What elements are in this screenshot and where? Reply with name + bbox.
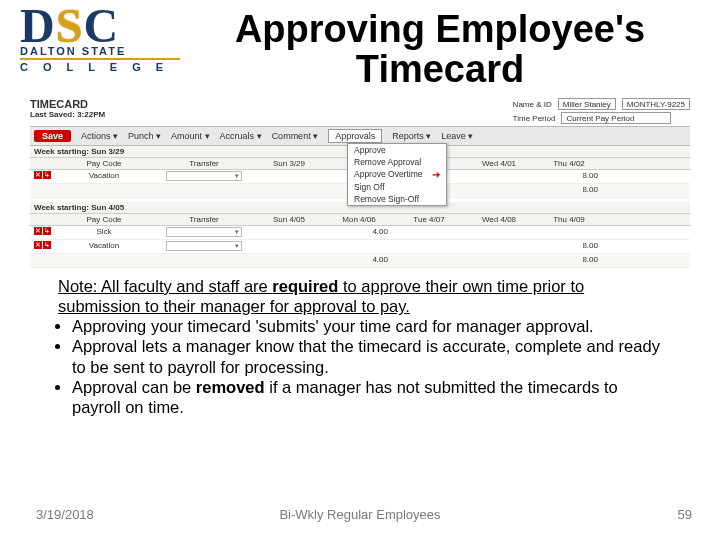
approvals-dropdown: Approve Remove Approval Approve Overtime… (347, 143, 447, 206)
cell-total: 8.00 (534, 254, 604, 267)
timecard-screenshot: TIMECARD Last Saved: 3:22PM Name & ID Mi… (30, 96, 690, 268)
table-row: ✕↳ Vacation 8.00 (30, 240, 690, 254)
transfer-select[interactable] (166, 241, 243, 251)
dropdown-remove-approval[interactable]: Remove Approval (348, 156, 446, 168)
cell-paycode[interactable]: Sick (54, 226, 154, 239)
note-bullet-3b: removed (196, 378, 265, 396)
cell-paycode[interactable]: Vacation (54, 240, 154, 253)
name-id: MONTHLY-9225 (622, 98, 690, 110)
period-label: Time Period (513, 114, 556, 123)
col-d5: Thu 4/02 (534, 158, 604, 169)
transfer-select[interactable] (166, 171, 243, 181)
add-row-icon[interactable]: ↳ (43, 227, 51, 235)
cell-paycode[interactable]: Vacation (54, 170, 154, 183)
col-d1: Sun 4/05 (254, 214, 324, 225)
col-paycode: Pay Code (54, 158, 154, 169)
name-value: Miller Stanley (558, 98, 616, 110)
col-transfer: Transfer (154, 158, 254, 169)
cell-value[interactable]: 8.00 (534, 170, 604, 183)
note-heading-b: required (272, 277, 338, 295)
col-d3: Tue 4/07 (394, 214, 464, 225)
menu-leave[interactable]: Leave ▾ (441, 131, 473, 141)
last-saved-value: 3:22PM (77, 110, 105, 119)
delete-row-icon[interactable]: ✕ (34, 171, 42, 179)
page-title: Approving Employee's Timecard (180, 6, 700, 90)
dropdown-approve[interactable]: Approve (348, 144, 446, 156)
cell-value[interactable]: 4.00 (324, 226, 394, 239)
cell-value[interactable]: 8.00 (534, 240, 604, 253)
note-bullet-2: Approval lets a manager know that the ti… (72, 337, 660, 375)
delete-row-icon[interactable]: ✕ (34, 227, 42, 235)
menu-punch[interactable]: Punch ▾ (128, 131, 161, 141)
header: DSC DALTON STATE C O L L E G E Approving… (0, 0, 720, 96)
slide: DSC DALTON STATE C O L L E G E Approving… (0, 0, 720, 540)
menu-reports[interactable]: Reports ▾ (392, 131, 431, 141)
submenu-arrow-icon: ➔ (432, 169, 440, 180)
transfer-select[interactable] (166, 227, 243, 237)
menu-amount[interactable]: Amount ▾ (171, 131, 210, 141)
delete-row-icon[interactable]: ✕ (34, 241, 42, 249)
add-row-icon[interactable]: ↳ (43, 171, 51, 179)
col-d5: Thu 4/09 (534, 214, 604, 225)
col-d1: Sun 3/29 (254, 158, 324, 169)
col-d2: Mon 4/06 (324, 214, 394, 225)
dropdown-remove-signoff[interactable]: Remove Sign-Off (348, 193, 446, 205)
logo: DSC DALTON STATE C O L L E G E (20, 6, 180, 96)
footer-center: Bi-Wkly Regular Employees (0, 507, 720, 522)
toolbar: Save Actions ▾ Punch ▾ Amount ▾ Accruals… (30, 126, 690, 146)
name-label: Name & ID (513, 100, 552, 109)
logo-text2: C O L L E G E (20, 58, 180, 73)
col-d4: Wed 4/08 (464, 214, 534, 225)
table-row: ✕↳ Sick 4.00 (30, 226, 690, 240)
col-transfer: Transfer (154, 214, 254, 225)
menu-comment[interactable]: Comment ▾ (272, 131, 319, 141)
dropdown-approve-overtime[interactable]: Approve Overtime➔ (348, 168, 446, 181)
note-block: Note: All faculty and staff are required… (0, 276, 720, 417)
period-value[interactable]: Current Pay Period (561, 112, 671, 124)
dropdown-overtime-label: Approve Overtime (354, 169, 423, 180)
week2-columns: Pay Code Transfer Sun 4/05 Mon 4/06 Tue … (30, 214, 690, 226)
dropdown-sign-off[interactable]: Sign Off (348, 181, 446, 193)
cell-total: 4.00 (324, 254, 394, 267)
menu-accruals[interactable]: Accruals ▾ (220, 131, 262, 141)
timecard-heading: TIMECARD (30, 98, 105, 110)
footer: 3/19/2018 Bi-Wkly Regular Employees 59 (0, 507, 720, 522)
note-bullet-3a: Approval can be (72, 378, 196, 396)
logo-text1: DALTON STATE (20, 45, 180, 57)
add-row-icon[interactable]: ↳ (43, 241, 51, 249)
col-paycode: Pay Code (54, 214, 154, 225)
last-saved-label: Last Saved: (30, 110, 75, 119)
menu-approvals[interactable]: Approvals (328, 129, 382, 143)
cell-total: 8.00 (534, 184, 604, 197)
table-row: 4.00 8.00 (30, 254, 690, 268)
note-bullet-1: Approving your timecard 'submits' your t… (72, 317, 594, 335)
note-heading-a: Note: All faculty and staff are (58, 277, 272, 295)
col-d4: Wed 4/01 (464, 158, 534, 169)
menu-actions[interactable]: Actions ▾ (81, 131, 118, 141)
save-button[interactable]: Save (34, 130, 71, 142)
